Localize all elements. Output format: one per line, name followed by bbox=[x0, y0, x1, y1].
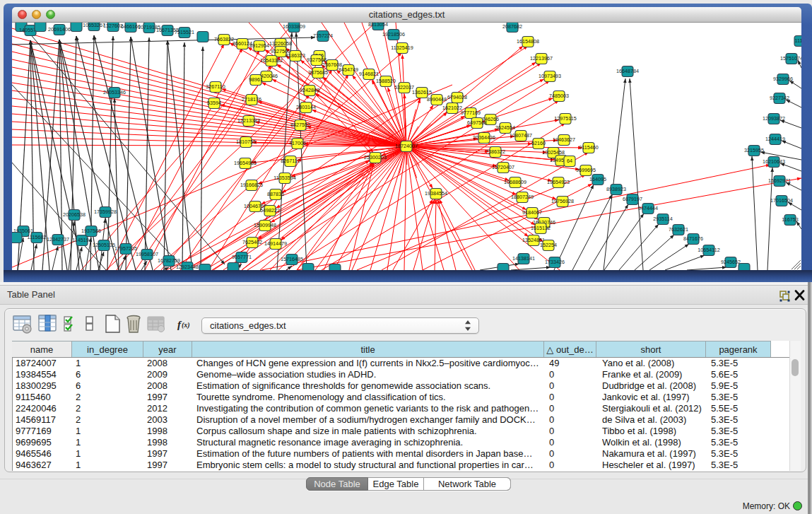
svg-text:20364436: 20364436 bbox=[473, 134, 495, 141]
svg-text:9474444: 9474444 bbox=[638, 205, 658, 211]
svg-text:1621022: 1621022 bbox=[442, 105, 462, 111]
svg-text:12093872: 12093872 bbox=[763, 115, 785, 122]
svg-text:8471676: 8471676 bbox=[683, 235, 703, 242]
svg-text:9657771: 9657771 bbox=[232, 254, 252, 260]
svg-text:10688609: 10688609 bbox=[504, 179, 526, 185]
svg-text:62160: 62160 bbox=[531, 140, 546, 146]
svg-text:164095: 164095 bbox=[589, 176, 606, 182]
svg-text:17016504: 17016504 bbox=[770, 197, 793, 204]
svg-text:6794028: 6794028 bbox=[447, 94, 467, 100]
svg-text:9245652: 9245652 bbox=[721, 259, 741, 265]
svg-text:16543382: 16543382 bbox=[260, 57, 283, 64]
svg-text:19463627: 19463627 bbox=[553, 136, 575, 143]
svg-text:10973493: 10973493 bbox=[539, 73, 561, 79]
svg-text:12505135: 12505135 bbox=[93, 242, 115, 248]
svg-text:116753: 116753 bbox=[782, 216, 798, 223]
svg-text:2087682: 2087682 bbox=[502, 23, 522, 30]
svg-text:15720407: 15720407 bbox=[492, 164, 514, 170]
svg-text:19654923: 19654923 bbox=[547, 179, 570, 185]
svg-text:7663822: 7663822 bbox=[214, 36, 234, 42]
svg-text:16154808: 16154808 bbox=[517, 38, 539, 45]
svg-text:8813054: 8813054 bbox=[368, 23, 388, 28]
svg-text:7386322: 7386322 bbox=[486, 148, 505, 155]
svg-text:417006: 417006 bbox=[289, 140, 306, 146]
svg-text:9146821: 9146821 bbox=[359, 71, 379, 77]
svg-text:3215955: 3215955 bbox=[744, 147, 764, 153]
svg-text:10653267: 10653267 bbox=[83, 23, 105, 28]
svg-text:9329966: 9329966 bbox=[773, 76, 793, 82]
svg-text:1588520: 1588520 bbox=[376, 78, 396, 84]
svg-text:1112: 1112 bbox=[795, 37, 801, 44]
svg-text:10654112: 10654112 bbox=[698, 247, 719, 253]
svg-text:64: 64 bbox=[567, 158, 572, 164]
svg-text:12975115: 12975115 bbox=[554, 115, 576, 122]
svg-text:17957205: 17957205 bbox=[114, 245, 137, 252]
svg-text:2803144: 2803144 bbox=[296, 104, 316, 110]
svg-text:53594: 53594 bbox=[207, 100, 221, 106]
svg-text:15909948: 15909948 bbox=[254, 222, 276, 228]
svg-text:3875685: 3875685 bbox=[308, 69, 328, 76]
svg-text:887833: 887833 bbox=[267, 191, 284, 197]
svg-text:19958107: 19958107 bbox=[136, 251, 158, 257]
svg-text:9227342: 9227342 bbox=[770, 95, 789, 101]
svg-text:6879197: 6879197 bbox=[623, 196, 642, 202]
svg-text:19654985: 19654985 bbox=[234, 160, 257, 166]
svg-text:9699695: 9699695 bbox=[576, 167, 596, 173]
svg-text:7485003: 7485003 bbox=[549, 93, 569, 99]
svg-text:15692971: 15692971 bbox=[768, 177, 791, 184]
svg-text:2935114: 2935114 bbox=[653, 216, 672, 222]
svg-text:8427552: 8427552 bbox=[290, 122, 310, 128]
svg-text:1244419: 1244419 bbox=[765, 136, 785, 142]
svg-text:3267110: 3267110 bbox=[206, 83, 225, 90]
svg-text:20206538: 20206538 bbox=[63, 211, 86, 218]
svg-text:9777169: 9777169 bbox=[461, 110, 481, 116]
svg-text:3624554: 3624554 bbox=[495, 124, 515, 131]
svg-text:5322037: 5322037 bbox=[394, 84, 414, 90]
svg-text:19166825: 19166825 bbox=[240, 182, 263, 188]
svg-text:12342737: 12342737 bbox=[47, 236, 69, 243]
svg-text:1810755: 1810755 bbox=[236, 139, 256, 145]
svg-text:8267110: 8267110 bbox=[281, 158, 300, 164]
svg-text:16782759: 16782759 bbox=[158, 257, 180, 264]
svg-text:7515521: 7515521 bbox=[175, 29, 194, 35]
svg-text:8186323: 8186323 bbox=[286, 52, 305, 59]
svg-text:15751074: 15751074 bbox=[780, 55, 801, 62]
svg-text:7625402: 7625402 bbox=[242, 239, 262, 245]
svg-text:14138141: 14138141 bbox=[512, 255, 535, 262]
svg-text:20053346: 20053346 bbox=[103, 89, 126, 95]
svg-text:1145194: 1145194 bbox=[72, 237, 91, 243]
svg-text:7357224: 7357224 bbox=[313, 33, 333, 39]
svg-text:14914479: 14914479 bbox=[264, 240, 287, 247]
svg-text:10807487: 10807487 bbox=[510, 132, 532, 139]
svg-text:17359928: 17359928 bbox=[94, 209, 117, 215]
svg-text:1327602: 1327602 bbox=[103, 23, 123, 29]
svg-text:9115460: 9115460 bbox=[579, 144, 598, 151]
svg-text:18807249: 18807249 bbox=[511, 194, 534, 200]
svg-text:11353594: 11353594 bbox=[273, 175, 295, 181]
svg-text:16033809: 16033809 bbox=[283, 23, 305, 30]
svg-text:15716485: 15716485 bbox=[281, 256, 303, 262]
svg-text:1115682: 1115682 bbox=[28, 234, 47, 240]
svg-text:12213967: 12213967 bbox=[530, 55, 553, 62]
svg-text:6497568: 6497568 bbox=[467, 119, 487, 126]
svg-text:19218506: 19218506 bbox=[382, 31, 405, 37]
svg-text:1733426: 1733426 bbox=[545, 259, 565, 265]
svg-text:1362615: 1362615 bbox=[412, 89, 432, 95]
svg-text:8454749: 8454749 bbox=[339, 66, 358, 73]
svg-text:16648784: 16648784 bbox=[616, 68, 639, 74]
svg-text:19756928: 19756928 bbox=[551, 198, 574, 204]
svg-text:1615132: 1615132 bbox=[531, 225, 551, 231]
svg-text:(x): (x) bbox=[182, 321, 190, 329]
svg-text:11325419: 11325419 bbox=[391, 45, 413, 51]
svg-text:8990448: 8990448 bbox=[427, 96, 447, 103]
svg-text:20691406: 20691406 bbox=[48, 26, 71, 33]
svg-text:12213383: 12213383 bbox=[237, 117, 260, 124]
svg-text:18724007: 18724007 bbox=[395, 143, 418, 149]
svg-text:7632621: 7632621 bbox=[669, 226, 688, 233]
svg-text:152254: 152254 bbox=[540, 242, 557, 248]
svg-text:9242848: 9242848 bbox=[300, 87, 319, 93]
svg-text:19384554: 19384554 bbox=[425, 190, 447, 197]
svg-text:1937586: 1937586 bbox=[81, 228, 101, 234]
svg-text:98961: 98961 bbox=[249, 76, 263, 83]
svg-text:5498222: 5498222 bbox=[260, 207, 280, 214]
